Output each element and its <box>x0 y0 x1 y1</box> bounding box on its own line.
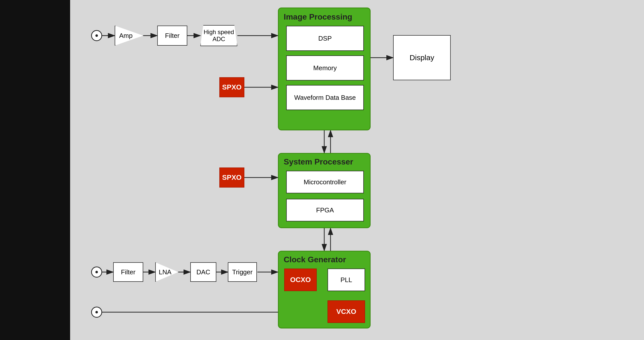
pll-box: PLL <box>328 269 365 291</box>
filter-box-1: Filter <box>157 26 187 46</box>
waveform-db-box: Waveform Data Base <box>286 85 364 110</box>
black-panel <box>0 0 70 340</box>
memory-box: Memory <box>286 55 364 80</box>
main-diagram: Amp Filter High speed ADC Image Processi… <box>70 0 644 340</box>
clock-generator-container: Clock Generator OCXO PLL VCXO <box>278 251 371 328</box>
circle-dot-2 <box>95 271 98 273</box>
image-processing-container: Image Processing DSP Memory Waveform Dat… <box>278 8 371 130</box>
dac-box: DAC <box>190 262 216 282</box>
spxo-middle: SPXO <box>219 167 244 188</box>
system-processer-title: System Processer <box>284 157 353 166</box>
spxo-top: SPXO <box>219 77 244 97</box>
dsp-box: DSP <box>286 26 364 51</box>
system-processer-container: System Processer Microcontroller FPGA <box>278 153 371 228</box>
adc-block: High speed ADC <box>200 25 237 46</box>
vcxo-box: VCXO <box>328 300 365 323</box>
fpga-box: FPGA <box>286 199 364 221</box>
lna-block: LNA <box>155 262 178 282</box>
filter-box-2: Filter <box>113 262 143 282</box>
circle-dot-3 <box>95 311 98 313</box>
clock-generator-title: Clock Generator <box>284 255 346 264</box>
input-circle-3 <box>91 307 102 318</box>
ocxo-box: OCXO <box>284 269 317 291</box>
image-processing-title: Image Processing <box>284 12 352 22</box>
input-circle-1 <box>91 30 102 41</box>
amp-label: Amp <box>115 26 143 46</box>
circle-dot-1 <box>95 34 98 37</box>
trigger-box: Trigger <box>228 262 257 282</box>
input-circle-2 <box>91 267 102 278</box>
microcontroller-box: Microcontroller <box>286 171 364 193</box>
display-box: Display <box>393 35 451 80</box>
